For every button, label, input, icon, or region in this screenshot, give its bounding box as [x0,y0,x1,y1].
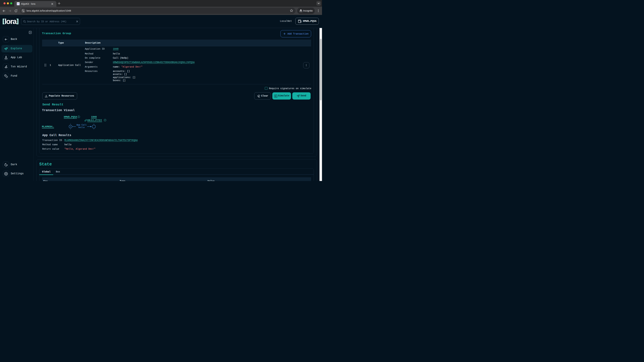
svg-text:1: 1 [70,126,71,128]
